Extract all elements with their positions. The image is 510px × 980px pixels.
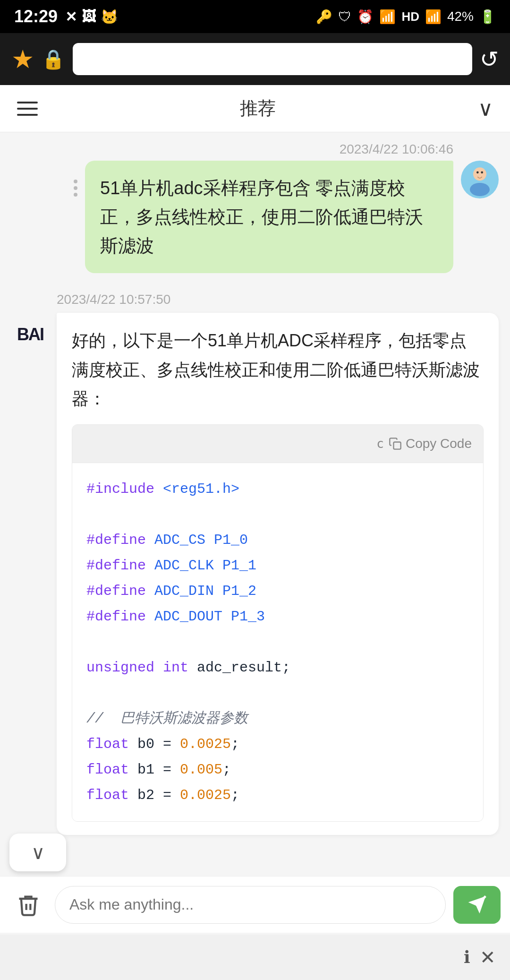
code-line-11: float b0 = 0.0025;: [86, 731, 469, 757]
code-line-10: // 巴特沃斯滤波器参数: [86, 706, 469, 731]
info-icon[interactable]: ℹ: [464, 947, 470, 967]
send-icon: [467, 894, 487, 915]
hd-label: HD: [401, 9, 419, 24]
status-time: 12:29 ✕ 🖼 🐱: [14, 7, 118, 26]
code-line-5: #define ADC_DIN P1_2: [86, 578, 469, 604]
more-options-button[interactable]: [74, 161, 77, 197]
alarm-icon: ⏰: [357, 9, 374, 25]
close-bar-button[interactable]: ✕: [480, 946, 496, 968]
svg-point-3: [481, 172, 483, 174]
chat-input-field[interactable]: [55, 886, 446, 924]
key-icon: 🔑: [316, 9, 332, 25]
bottom-info-bar: ℹ ✕: [0, 935, 510, 980]
ai-logo: BAI: [11, 316, 49, 353]
lock-icon: 🔒: [42, 48, 65, 70]
code-line-12: float b1 = 0.005;: [86, 757, 469, 782]
code-language-label: c: [376, 433, 384, 454]
status-right-icons: 🔑 🛡 ⏰ 📶 HD 📶 42% 🔋: [316, 9, 496, 25]
scroll-down-button[interactable]: ∨: [9, 834, 66, 871]
ai-message-container: BAI 2023/4/22 10:57:50 好的，以下是一个51单片机ADC采…: [11, 292, 499, 834]
bookmark-star-icon[interactable]: ★: [11, 44, 34, 74]
svg-marker-6: [468, 896, 486, 913]
shield-icon: 🛡: [338, 9, 351, 25]
status-icons-left: ✕ 🖼 🐱: [65, 9, 118, 25]
nav-bar: 推荐 ∨: [0, 85, 510, 132]
send-button[interactable]: [453, 886, 501, 924]
code-line-4: #define ADC_CLK P1_1: [86, 553, 469, 578]
ai-logo-text: BAI: [17, 325, 43, 344]
ai-msg-content: 2023/4/22 10:57:50 好的，以下是一个51单片机ADC采样程序，…: [57, 292, 499, 834]
code-line-6: #define ADC_DOUT P1_3: [86, 604, 469, 629]
image-icon: 🖼: [82, 9, 96, 25]
copy-icon: [389, 437, 402, 450]
copy-code-button[interactable]: Copy Code: [389, 432, 472, 455]
browser-toolbar: ★ 🔒 ↺: [0, 33, 510, 85]
code-line-8: unsigned int adc_result;: [86, 655, 469, 680]
signal-icon: 📶: [425, 9, 442, 25]
code-line-1: #include <reg51.h>: [86, 476, 469, 502]
code-line-blank-1: [86, 502, 469, 527]
svg-rect-4: [393, 442, 400, 449]
user-msg-timestamp: 2023/4/22 10:06:46: [11, 142, 453, 157]
ai-message-bubble: 好的，以下是一个51单片机ADC采样程序，包括零点满度校正、多点线性校正和使用二…: [57, 313, 499, 834]
nav-title: 推荐: [240, 96, 276, 120]
avatar-svg: [463, 163, 496, 196]
code-line-blank-2: [86, 629, 469, 655]
refresh-button[interactable]: ↺: [480, 46, 499, 72]
user-message-container: 51单片机adc采样程序包含 零点满度校正，多点线性校正，使用二阶低通巴特沃斯滤…: [11, 161, 499, 273]
svg-point-0: [473, 167, 486, 181]
url-input[interactable]: [73, 43, 472, 75]
time-display: 12:29: [14, 7, 58, 26]
ai-timestamp: 2023/4/22 10:57:50: [57, 292, 499, 307]
svg-point-1: [470, 183, 490, 196]
code-line-13: float b2 = 0.0025;: [86, 782, 469, 808]
trash-icon: [16, 893, 41, 917]
code-line-3: #define ADC_CS P1_0: [86, 527, 469, 553]
copy-code-label: Copy Code: [406, 432, 472, 455]
code-block: c Copy Code #include <reg: [72, 424, 484, 822]
svg-point-2: [476, 172, 479, 174]
chevron-down-icon: ∨: [31, 842, 45, 863]
delete-conversation-button[interactable]: [9, 886, 47, 924]
user-message-bubble: 51单片机adc采样程序包含 零点满度校正，多点线性校正，使用二阶低通巴特沃斯滤…: [85, 161, 453, 273]
code-line-blank-3: [86, 680, 469, 706]
user-avatar: [461, 161, 499, 198]
battery-percent: 42%: [447, 9, 474, 24]
battery-icon: 🔋: [479, 9, 496, 25]
notification-icon: ✕: [65, 9, 77, 25]
code-body: #include <reg51.h> #define ADC_CS P1_0 #…: [72, 463, 483, 821]
status-bar: 12:29 ✕ 🖼 🐱 🔑 🛡 ⏰ 📶 HD 📶 42% 🔋: [0, 0, 510, 33]
input-bar: [0, 876, 510, 933]
menu-button[interactable]: [17, 102, 38, 116]
code-header: c Copy Code: [72, 425, 483, 463]
ai-intro-text: 好的，以下是一个51单片机ADC采样程序，包括零点满度校正、多点线性校正和使用二…: [72, 331, 480, 408]
app-content: 推荐 ∨ 2023/4/22 10:06:46 51单片机adc采样程序包含 零…: [0, 85, 510, 980]
nav-chevron-icon[interactable]: ∨: [478, 96, 493, 120]
cat-icon: 🐱: [101, 9, 118, 25]
wifi-icon: 📶: [379, 9, 396, 25]
chat-area: 2023/4/22 10:06:46 51单片机adc采样程序包含 零点满度校正…: [0, 132, 510, 914]
